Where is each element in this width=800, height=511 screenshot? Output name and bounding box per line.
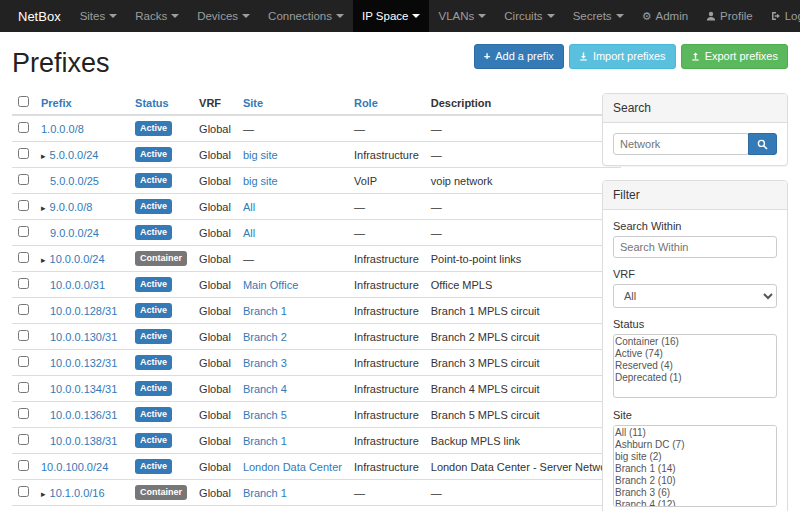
row-checkbox[interactable] — [18, 434, 29, 445]
column-sort-link[interactable]: Prefix — [41, 97, 72, 109]
logout-link[interactable]: Log out — [762, 0, 800, 32]
add-prefix-button[interactable]: + Add a prefix — [474, 44, 564, 69]
table-header-row: PrefixStatusVRFSiteRoleDescription — [12, 91, 621, 115]
site-link[interactable]: Main Office — [243, 279, 298, 291]
site-link[interactable]: Branch 2 — [243, 331, 287, 343]
user-icon — [706, 11, 716, 21]
filter-option[interactable]: big site (2) — [615, 451, 775, 463]
site-link[interactable]: Branch 3 — [243, 357, 287, 369]
import-prefixes-button[interactable]: Import prefixes — [569, 44, 676, 69]
site-link[interactable]: Branch 1 — [243, 487, 287, 499]
site-filter-select[interactable]: All (11)Ashburn DC (7)big site (2)Branch… — [613, 425, 777, 507]
prefix-link[interactable]: 10.0.0.0/24 — [50, 253, 105, 265]
row-checkbox[interactable] — [18, 382, 29, 393]
select-all-checkbox[interactable] — [18, 96, 29, 107]
page-title: Prefixes — [12, 48, 110, 79]
nav-item-ip-space[interactable]: IP Space — [353, 0, 429, 32]
site-link[interactable]: Branch 1 — [243, 305, 287, 317]
export-prefixes-button[interactable]: Export prefixes — [681, 44, 788, 69]
nav-item-secrets[interactable]: Secrets — [564, 0, 633, 32]
site-link[interactable]: Branch 5 — [243, 409, 287, 421]
site-link[interactable]: Branch 1 — [243, 435, 287, 447]
nav-item-connections[interactable]: Connections — [259, 0, 353, 32]
filter-option[interactable]: Active (74) — [615, 348, 775, 360]
checkbox-cell — [12, 246, 35, 272]
filter-option[interactable]: Branch 2 (10) — [615, 475, 775, 487]
prefix-link[interactable]: 10.0.0.128/31 — [50, 305, 117, 317]
filter-option[interactable]: Container (16) — [615, 336, 775, 348]
nav-item-racks[interactable]: Racks — [126, 0, 188, 32]
filter-option[interactable]: All (11) — [615, 427, 775, 439]
nav-item-vlans[interactable]: VLANs — [429, 0, 495, 32]
site-link[interactable]: London Data Center — [243, 461, 342, 473]
prefix-link[interactable]: 10.0.0.130/31 — [50, 331, 117, 343]
row-checkbox[interactable] — [18, 486, 29, 497]
search-within-input[interactable] — [613, 236, 777, 258]
row-checkbox[interactable] — [18, 148, 29, 159]
status-badge: Active — [135, 147, 172, 162]
prefix-link[interactable]: 9.0.0.0/24 — [50, 227, 99, 239]
prefix-link[interactable]: 10.0.0.136/31 — [50, 409, 117, 421]
filter-option[interactable]: Reserved (4) — [615, 360, 775, 372]
column-sort-link[interactable]: Status — [135, 97, 169, 109]
site-cell: Branch 1 — [237, 480, 348, 506]
site-link[interactable]: big site — [243, 175, 278, 187]
profile-link[interactable]: Profile — [697, 0, 762, 32]
row-checkbox[interactable] — [18, 330, 29, 341]
prefix-link[interactable]: 5.0.0.0/24 — [50, 149, 99, 161]
nav-item-sites[interactable]: Sites — [71, 0, 127, 32]
search-input[interactable] — [613, 133, 749, 155]
filter-option[interactable]: Branch 1 (14) — [615, 463, 775, 475]
vrf-cell: Global — [193, 376, 237, 402]
search-button[interactable] — [748, 133, 777, 155]
prefix-link[interactable]: 10.0.100.0/24 — [41, 461, 108, 473]
filter-option[interactable]: Branch 4 (12) — [615, 499, 775, 507]
row-checkbox[interactable] — [18, 174, 29, 185]
role-cell: — — [348, 480, 425, 506]
prefix-link[interactable]: 9.0.0.0/8 — [50, 201, 93, 213]
row-checkbox[interactable] — [18, 200, 29, 211]
site-link[interactable]: big site — [243, 149, 278, 161]
prefix-link[interactable]: 10.0.0.134/31 — [50, 383, 117, 395]
vrf-filter-select[interactable]: All — [613, 284, 777, 308]
row-checkbox[interactable] — [18, 408, 29, 419]
row-checkbox[interactable] — [18, 122, 29, 133]
prefix-link[interactable]: 10.1.0.0/16 — [50, 487, 105, 499]
nav-item-circuits[interactable]: Circuits — [495, 0, 563, 32]
chevron-down-icon — [109, 14, 117, 18]
table-row: 10.0.0.130/31ActiveGlobalBranch 2Infrast… — [12, 324, 621, 350]
prefix-link[interactable]: 10.0.0.138/31 — [50, 435, 117, 447]
vrf-cell: Global — [193, 428, 237, 454]
search-icon — [757, 139, 768, 150]
site-link[interactable]: All — [243, 227, 255, 239]
column-sort-link[interactable]: Role — [354, 97, 378, 109]
vrf-cell: Global — [193, 194, 237, 220]
filter-option[interactable]: Deprecated (1) — [615, 372, 775, 384]
row-checkbox[interactable] — [18, 304, 29, 315]
filter-option[interactable]: Branch 3 (6) — [615, 487, 775, 499]
nav-item-devices[interactable]: Devices — [188, 0, 259, 32]
row-checkbox[interactable] — [18, 252, 29, 263]
prefix-link[interactable]: 10.0.0.0/31 — [50, 279, 105, 291]
row-checkbox[interactable] — [18, 356, 29, 367]
row-checkbox[interactable] — [18, 226, 29, 237]
prefix-link[interactable]: 1.0.0.0/8 — [41, 123, 84, 135]
site-link[interactable]: All — [243, 201, 255, 213]
checkbox-cell — [12, 402, 35, 428]
prefix-link[interactable]: 10.0.0.132/31 — [50, 357, 117, 369]
status-cell: Active — [129, 454, 193, 480]
status-filter-select[interactable]: Container (16)Active (74)Reserved (4)Dep… — [613, 334, 777, 398]
prefix-link[interactable]: 5.0.0.0/25 — [50, 175, 99, 187]
site-link[interactable]: Branch 4 — [243, 383, 287, 395]
column-header-role: Role — [348, 91, 425, 115]
chevron-down-icon — [616, 14, 624, 18]
column-sort-link[interactable]: Site — [243, 97, 263, 109]
status-badge: Active — [135, 121, 172, 136]
brand-logo[interactable]: NetBox — [8, 0, 71, 32]
logout-icon — [771, 11, 781, 21]
row-checkbox[interactable] — [18, 278, 29, 289]
filter-option[interactable]: Ashburn DC (7) — [615, 439, 775, 451]
admin-link[interactable]: ⚙ Admin — [633, 0, 697, 32]
row-checkbox[interactable] — [18, 460, 29, 471]
expand-arrow-icon: ▸ — [41, 489, 46, 499]
